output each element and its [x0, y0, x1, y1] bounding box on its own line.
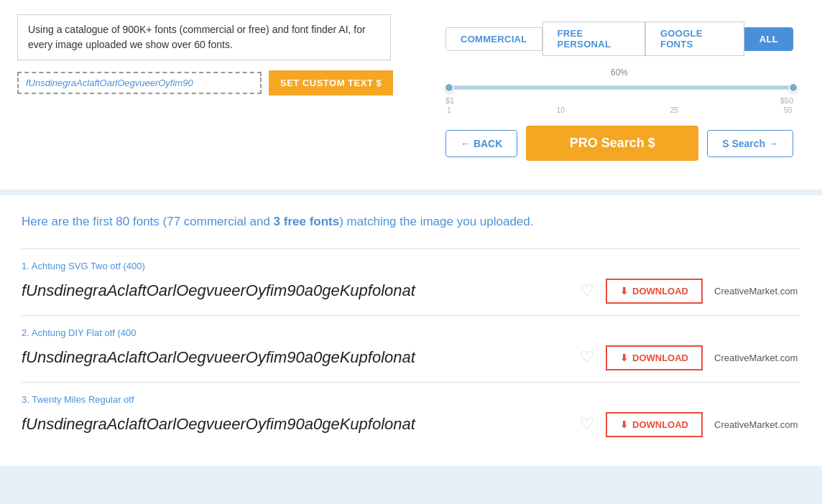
top-section: Using a catalogue of 900K+ fonts (commer…: [0, 0, 822, 190]
results-summary: Here are the first 80 fonts (77 commerci…: [22, 213, 800, 231]
download-source-3: CreativeMarket.com: [714, 419, 800, 430]
price-min: $1: [445, 96, 454, 105]
range-track: [445, 86, 793, 90]
download-source-2: CreativeMarket.com: [714, 353, 800, 363]
heart-icon-1[interactable]: ♡: [580, 281, 594, 300]
commercial-count: 77 commercial: [167, 215, 246, 228]
font-row-3: fUnsdinegraAclaftOarlOegvueerOyfim90a0ge…: [22, 412, 800, 437]
download-icon-3: ⬇: [620, 419, 628, 430]
tick-50: 50: [784, 106, 792, 114]
download-button-2[interactable]: ⬇ DOWNLOAD: [606, 345, 703, 370]
tick-25: 25: [670, 106, 678, 114]
font-item-1: 1. Achtung SVG Two otf (400) fUnsdinegra…: [22, 248, 800, 315]
tab-commercial[interactable]: COMMERCIAL: [445, 27, 542, 51]
download-button-3[interactable]: ⬇ DOWNLOAD: [606, 412, 703, 437]
download-label-2: DOWNLOAD: [632, 353, 688, 363]
tab-google-fonts[interactable]: GOOGLE FONTS: [645, 22, 744, 56]
font-label-2: 2. Achtung DIY Flat otf (400: [22, 327, 800, 338]
tabs-container: COMMERCIAL FREE PERSONAL GOOGLE FONTS AL…: [445, 22, 793, 56]
custom-text-row: SET CUSTOM TEXT $: [17, 70, 420, 95]
download-icon-2: ⬇: [620, 353, 628, 363]
font-label-1: 1. Achtung SVG Two otf (400): [22, 261, 800, 271]
font-item-2: 2. Achtung DIY Flat otf (400 fUnsdinegra…: [22, 315, 800, 382]
tick-row: 1 10 25 50: [445, 106, 793, 114]
custom-text-input[interactable]: [17, 72, 262, 94]
font-item-3: 3. Twenty Miles Regular otf fUnsdinegraA…: [22, 382, 800, 449]
download-label-3: DOWNLOAD: [632, 419, 688, 430]
s-search-button[interactable]: S Search →: [707, 130, 793, 157]
download-source-1: CreativeMarket.com: [714, 286, 800, 297]
price-labels: $1 $50: [445, 96, 793, 105]
font-label-3: 3. Twenty Miles Regular otf: [22, 394, 800, 405]
range-handle-right[interactable]: [788, 83, 798, 93]
range-handle-left[interactable]: [444, 83, 454, 93]
font-row-2: fUnsdinegraAclaftOarlOegvueerOyfim90a0ge…: [22, 345, 800, 370]
results-section: Here are the first 80 fonts (77 commerci…: [0, 195, 822, 466]
download-label-1: DOWNLOAD: [632, 286, 688, 297]
heart-icon-3[interactable]: ♡: [580, 415, 594, 434]
free-count: 3 free fonts: [274, 215, 340, 228]
tick-10: 10: [557, 106, 565, 114]
tab-all[interactable]: ALL: [744, 27, 793, 51]
heart-icon-2[interactable]: ♡: [580, 348, 594, 367]
tab-free-personal[interactable]: FREE PERSONAL: [542, 22, 645, 56]
download-icon-1: ⬇: [620, 286, 628, 297]
font-preview-2: fUnsdinegraAclaftOarlOegvueerOyfim90a0ge…: [22, 348, 568, 367]
description-text: Using a catalogue of 900K+ fonts (commer…: [28, 24, 366, 50]
right-panel: COMMERCIAL FREE PERSONAL GOOGLE FONTS AL…: [434, 14, 805, 172]
set-custom-button[interactable]: SET CUSTOM TEXT $: [269, 70, 393, 95]
left-panel: Using a catalogue of 900K+ fonts (commer…: [17, 14, 420, 95]
font-preview-3: fUnsdinegraAclaftOarlOegvueerOyfim90a0ge…: [22, 415, 568, 434]
description-box: Using a catalogue of 900K+ fonts (commer…: [17, 14, 391, 60]
tick-1: 1: [447, 106, 451, 114]
summary-mid: and: [246, 215, 274, 228]
font-preview-1: fUnsdinegraAclaftOarlOegvueerOyfim90a0ge…: [22, 281, 568, 300]
action-buttons: ← BACK PRO Search $ S Search →: [445, 126, 793, 161]
price-slider-section: 60% $1 $50 1 10 25 50: [445, 67, 793, 114]
percent-label: 60%: [445, 67, 793, 78]
summary-pre: Here are the first 80 fonts (: [22, 215, 167, 228]
font-row-1: fUnsdinegraAclaftOarlOegvueerOyfim90a0ge…: [22, 279, 800, 304]
price-max: $50: [780, 96, 793, 105]
range-wrapper: [445, 79, 793, 96]
back-button[interactable]: ← BACK: [445, 130, 517, 157]
summary-post: ) matching the image you uploaded.: [339, 215, 533, 228]
range-fill: [449, 86, 793, 90]
download-button-1[interactable]: ⬇ DOWNLOAD: [606, 279, 703, 304]
pro-search-button[interactable]: PRO Search $: [526, 126, 698, 161]
